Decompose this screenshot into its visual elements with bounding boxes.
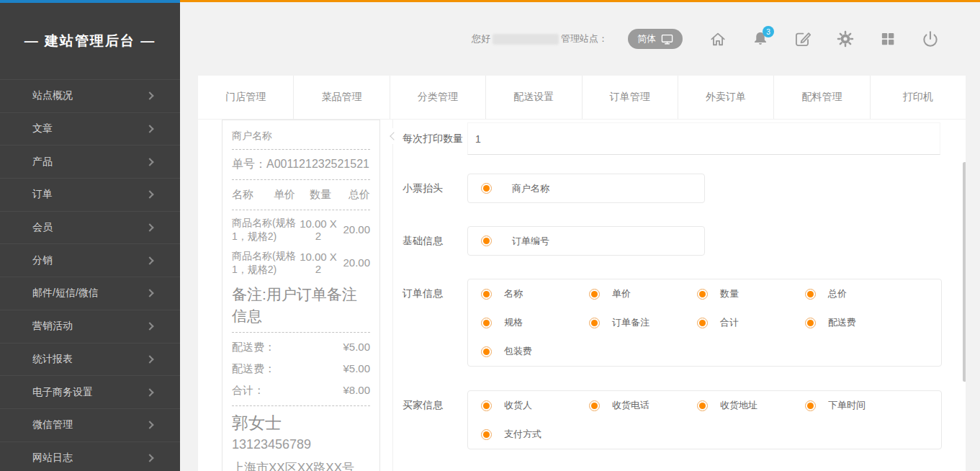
radio-selected[interactable] <box>589 400 600 411</box>
chevron-right-icon <box>145 290 153 297</box>
apps-grid-icon[interactable] <box>878 30 897 48</box>
option-name[interactable]: 名称 <box>481 287 523 300</box>
tab-takeout-orders[interactable]: 外卖订单 <box>678 76 774 119</box>
group-label: 订单信息 <box>403 279 467 367</box>
option-box: 收货人 收货电话 收货地址 下单时间 支付方式 <box>467 390 942 449</box>
radio-selected[interactable] <box>481 429 492 440</box>
option-order-time[interactable]: 下单时间 <box>805 399 866 412</box>
power-icon[interactable] <box>921 30 940 48</box>
radio-selected[interactable] <box>589 289 600 300</box>
option-order-number[interactable]: 订单编号 <box>481 235 549 248</box>
language-button[interactable]: 简体 <box>628 29 683 49</box>
receipt-fee-row: 配送费： ¥5.00 <box>232 362 370 376</box>
group-label: 小票抬头 <box>403 174 467 203</box>
tab-printer[interactable]: 打印机 <box>871 76 966 119</box>
receipt-merchant-name: 商户名称 <box>232 126 370 144</box>
option-box: 订单编号 <box>467 226 705 256</box>
radio-selected[interactable] <box>481 183 492 194</box>
option-delivery-fee[interactable]: 配送费 <box>805 316 856 329</box>
receipt-order-number: 单号：A001121232521521 <box>232 155 370 174</box>
option-unit-price[interactable]: 单价 <box>589 287 631 300</box>
radio-selected[interactable] <box>805 400 816 411</box>
chevron-right-icon <box>145 421 153 429</box>
option-payment-method[interactable]: 支付方式 <box>481 428 541 441</box>
scrollbar-thumb[interactable] <box>963 162 966 382</box>
divider <box>232 405 370 406</box>
radio-selected[interactable] <box>589 318 600 328</box>
greeting-suffix: 管理站点： <box>561 32 608 45</box>
redacted-username <box>493 34 559 45</box>
notification-badge: 3 <box>763 26 774 37</box>
radio-selected[interactable] <box>697 289 708 300</box>
option-box: 名称 单价 数量 总价 规格 订单备注 合计 配送费 包装费 <box>467 279 942 367</box>
receipt-item-row: 商品名称(规格1，规格2) 10.00 X 2 20.00 <box>232 216 370 243</box>
tab-dish-management[interactable]: 菜品管理 <box>294 76 390 119</box>
tab-delivery-settings[interactable]: 配送设置 <box>486 76 582 119</box>
chevron-right-icon <box>145 158 153 166</box>
receipt-item-row: 商品名称(规格1，规格2) 10.00 X 2 20.00 <box>232 249 370 277</box>
sidebar-item-site-overview[interactable]: 站点概况 <box>0 79 180 112</box>
header-icon-bar: 3 <box>709 30 940 48</box>
radio-selected[interactable] <box>481 318 492 328</box>
divider <box>232 210 370 210</box>
option-address[interactable]: 收货地址 <box>697 399 758 412</box>
greeting: 您好 管理站点： <box>472 32 608 45</box>
top-header: 您好 管理站点： 简体 3 <box>180 2 980 76</box>
sidebar-item-ecommerce-settings[interactable]: 电子商务设置 <box>0 375 180 408</box>
print-count-input[interactable] <box>467 122 940 155</box>
option-consignee[interactable]: 收货人 <box>481 399 532 412</box>
option-box: 商户名称 <box>467 174 705 203</box>
bell-icon[interactable]: 3 <box>751 30 770 48</box>
sidebar-item-members[interactable]: 会员 <box>0 211 180 244</box>
option-total-price[interactable]: 总价 <box>805 287 847 300</box>
option-packing-fee[interactable]: 包装费 <box>481 345 532 358</box>
tab-store-management[interactable]: 门店管理 <box>198 76 294 119</box>
radio-selected[interactable] <box>481 346 492 357</box>
radio-selected[interactable] <box>805 289 816 300</box>
sidebar-item-reports[interactable]: 统计报表 <box>0 343 180 376</box>
radio-selected[interactable] <box>481 236 492 246</box>
option-merchant-name[interactable]: 商户名称 <box>481 182 549 195</box>
radio-selected[interactable] <box>805 318 816 328</box>
group-label: 基础信息 <box>403 226 467 256</box>
receipt-customer-name: 郭女士 <box>232 412 370 434</box>
sidebar-item-site-logs[interactable]: 网站日志 <box>0 441 180 471</box>
tab-ingredient-management[interactable]: 配料管理 <box>774 76 870 119</box>
option-quantity[interactable]: 数量 <box>697 287 739 300</box>
option-phone[interactable]: 收货电话 <box>589 399 649 412</box>
greeting-prefix: 您好 <box>472 32 490 45</box>
sidebar: — 建站管理后台 — 站点概况 文章 产品 订单 会员 分销 邮件/短信/微信 … <box>0 0 180 471</box>
order-info-group: 订单信息 名称 单价 数量 总价 规格 订单备注 合计 配送费 包装费 <box>393 279 942 367</box>
radio-selected[interactable] <box>481 289 492 300</box>
gear-icon[interactable] <box>836 30 855 48</box>
chevron-right-icon <box>145 125 153 133</box>
edit-icon[interactable] <box>794 30 812 48</box>
sidebar-item-marketing[interactable]: 营销活动 <box>0 310 180 343</box>
chevron-right-icon <box>145 223 153 231</box>
home-icon[interactable] <box>709 30 727 48</box>
chevron-right-icon <box>145 256 153 264</box>
receipt-header-group: 小票抬头 商户名称 <box>393 174 942 203</box>
sidebar-menu: 站点概况 文章 产品 订单 会员 分销 邮件/短信/微信 营销活动 统计报表 电… <box>0 79 180 471</box>
receipt-preview: 商户名称 单号：A001121232521521 名称 单价 数量 总价 商品名… <box>222 120 380 471</box>
receipt-fee-row: 配送费： ¥5.00 <box>232 341 370 354</box>
radio-selected[interactable] <box>697 318 708 328</box>
receipt-note: 备注:用户订单备注信息 <box>232 284 370 328</box>
print-count-row: 每次打印数量 <box>393 122 942 155</box>
radio-selected[interactable] <box>697 400 708 411</box>
sidebar-item-distribution[interactable]: 分销 <box>0 243 180 277</box>
chevron-right-icon <box>145 388 153 396</box>
option-order-remark[interactable]: 订单备注 <box>589 316 649 329</box>
sidebar-item-articles[interactable]: 文章 <box>0 112 180 145</box>
sidebar-item-orders[interactable]: 订单 <box>0 178 180 211</box>
sidebar-item-wechat-management[interactable]: 微信管理 <box>0 408 180 441</box>
option-spec[interactable]: 规格 <box>481 316 523 329</box>
tab-order-management[interactable]: 订单管理 <box>583 76 678 119</box>
tab-category-management[interactable]: 分类管理 <box>390 76 486 119</box>
option-subtotal[interactable]: 合计 <box>697 316 739 329</box>
buyer-info-group: 买家信息 收货人 收货电话 收货地址 下单时间 支付方式 <box>393 390 942 449</box>
receipt-customer-address: 上海市XX区XX路XX号XXX室 <box>232 459 370 471</box>
radio-selected[interactable] <box>481 400 492 411</box>
sidebar-item-mail-sms-wechat[interactable]: 邮件/短信/微信 <box>0 277 180 310</box>
sidebar-item-products[interactable]: 产品 <box>0 145 180 178</box>
